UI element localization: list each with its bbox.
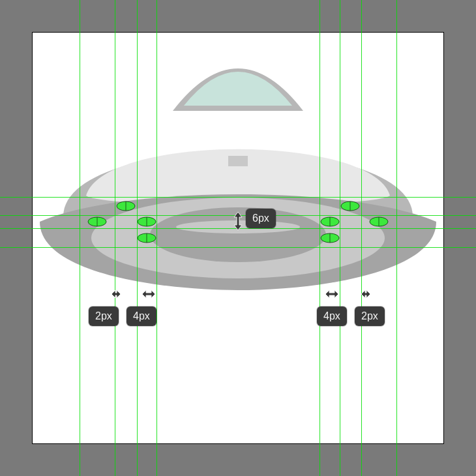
- measure-label: 4px: [317, 306, 347, 326]
- stage: 6px 2px 4px 4px 2px: [0, 0, 476, 476]
- anchor-marker[interactable]: [320, 232, 340, 244]
- anchor-marker[interactable]: [136, 232, 157, 244]
- measure-label: 6px: [246, 209, 276, 228]
- anchor-marker[interactable]: [340, 200, 361, 212]
- measure-label: 4px: [126, 306, 156, 326]
- anchor-marker[interactable]: [320, 216, 340, 228]
- measure-arrow-horizontal-icon: [141, 288, 156, 300]
- measure-label: 2px: [89, 306, 119, 326]
- anchor-marker[interactable]: [368, 216, 389, 228]
- guide-v[interactable]: [115, 0, 115, 476]
- svg-rect-0: [228, 156, 248, 166]
- anchor-marker[interactable]: [136, 216, 157, 228]
- guide-v[interactable]: [396, 0, 397, 476]
- guide-v[interactable]: [80, 0, 80, 476]
- measure-arrow-horizontal-icon: [111, 288, 121, 300]
- measure-label: 2px: [355, 306, 385, 326]
- guide-v[interactable]: [361, 0, 362, 476]
- measure-arrow-horizontal-icon: [325, 288, 339, 300]
- guide-h[interactable]: [0, 197, 476, 198]
- anchor-marker[interactable]: [115, 200, 136, 212]
- ufo-illustration: [33, 33, 443, 443]
- anchor-marker[interactable]: [87, 216, 108, 228]
- artboard[interactable]: [33, 33, 443, 443]
- guide-h[interactable]: [0, 247, 476, 248]
- measure-arrow-horizontal-icon: [361, 288, 371, 300]
- measure-arrow-vertical-icon: [232, 211, 244, 231]
